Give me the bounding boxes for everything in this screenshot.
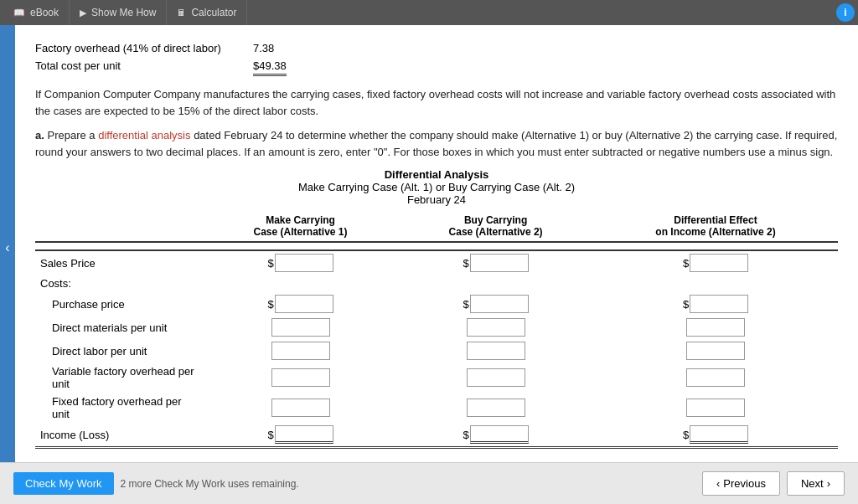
check-work-info: 2 more Check My Work uses remaining. [121,478,299,490]
purchase-price-input-1[interactable] [275,295,333,313]
variable-overhead-input-2[interactable] [467,368,525,387]
nav-buttons: ‹ Previous Next › [702,471,845,496]
sales-price-col1: $ [203,250,398,275]
analysis-table: Make Carrying Case (Alternative 1) Buy C… [35,211,838,449]
purchase-price-input-3[interactable] [690,295,748,313]
costs-label: Costs: [35,275,203,292]
table-row-direct-materials: Direct materials per unit [35,316,838,339]
table-row-sales-price: Sales Price $ $ $ [35,250,838,275]
check-my-work-button[interactable]: Check My Work [13,472,114,495]
variable-overhead-input-1[interactable] [271,368,330,387]
overhead-line: Factory overhead (41% of direct labor) 7… [35,42,838,54]
section-a-label: a. [35,129,44,141]
income-loss-input-1[interactable] [275,425,333,444]
table-row-costs-header: Costs: [35,275,838,292]
sales-price-input-1[interactable] [275,254,333,272]
purchase-price-input-2[interactable] [470,295,529,313]
direct-labor-input-3[interactable] [686,342,745,360]
total-value: $49.38 [253,59,287,76]
total-label: Total cost per unit [35,59,236,72]
section-a-text: Prepare a [47,129,95,141]
tab-show-me-how[interactable]: ▶ Show Me How [70,0,167,25]
previous-label: Previous [723,477,766,490]
col3-header: Differential Effect on Income (Alternati… [593,211,838,242]
differential-analysis-link[interactable]: differential analysis [98,129,190,141]
tab-calculator-label: Calculator [191,7,236,18]
analysis-title-line: Differential Analysis [35,168,838,181]
tab-calculator[interactable]: 🖩 Calculator [167,0,247,25]
next-button[interactable]: Next › [787,471,845,496]
info-icon: i [844,7,846,18]
table-row-direct-labor: Direct labor per unit [35,339,838,363]
next-label: Next [801,477,824,490]
previous-button[interactable]: ‹ Previous [702,471,780,496]
calculator-icon: 🖩 [177,8,186,18]
col1-header: Make Carrying Case (Alternative 1) [203,211,398,242]
overhead-value: 7.38 [253,42,274,54]
table-row-purchase-price: Purchase price $ $ $ [35,292,838,316]
tab-ebook[interactable]: 📖 eBook [3,0,70,25]
tab-show-me-how-label: Show Me How [91,7,156,18]
fixed-overhead-input-1[interactable] [271,399,330,417]
direct-labor-input-2[interactable] [467,342,525,360]
total-line: Total cost per unit $49.38 [35,59,838,76]
analysis-subtitle1: Make Carrying Case (Alt. 1) or Buy Carry… [35,181,838,193]
variable-overhead-label: Variable factory overhead per unit [35,363,203,393]
main-content: Factory overhead (41% of direct labor) 7… [15,25,858,462]
sales-price-input-3[interactable] [690,254,748,272]
next-icon: › [827,477,830,490]
fixed-overhead-label: Fixed factory overhead per unit [35,393,203,423]
info-button[interactable]: i [836,3,855,22]
table-row-fixed-overhead: Fixed factory overhead per unit [35,393,838,423]
sales-price-input-2[interactable] [470,254,529,272]
table-row-income-loss: Income (Loss) $ $ $ [35,423,838,448]
top-nav: 📖 eBook ▶ Show Me How 🖩 Calculator i [0,0,858,25]
section-a: a. Prepare a differential analysis dated… [35,127,838,160]
sales-price-col3: $ [593,250,838,275]
ebook-icon: 📖 [13,8,25,18]
sales-price-label: Sales Price [35,250,203,275]
income-loss-input-2[interactable] [470,425,529,444]
tab-ebook-label: eBook [30,7,59,18]
sales-price-col2: $ [398,250,593,275]
variable-overhead-input-3[interactable] [686,368,745,387]
income-loss-input-3[interactable] [690,425,748,444]
purchase-price-label: Purchase price [35,292,203,316]
direct-materials-label: Direct materials per unit [35,316,203,339]
direct-materials-input-2[interactable] [467,318,525,337]
analysis-title: Differential Analysis Make Carrying Case… [35,168,838,206]
analysis-subtitle2: February 24 [35,193,838,206]
direct-labor-label: Direct labor per unit [35,339,203,363]
paragraph-1: If Companion Computer Company manufactur… [35,86,838,119]
left-sidebar: ‹ [0,25,15,471]
direct-labor-input-1[interactable] [271,342,330,360]
bottom-bar: Check My Work 2 more Check My Work uses … [0,462,858,504]
income-loss-label: Income (Loss) [35,423,203,448]
fixed-overhead-input-3[interactable] [686,399,745,417]
col-label-header [35,211,203,242]
direct-materials-input-1[interactable] [271,318,330,337]
fixed-overhead-input-2[interactable] [467,399,525,417]
overhead-label: Factory overhead (41% of direct labor) [35,42,236,54]
col2-header: Buy Carrying Case (Alternative 2) [398,211,593,242]
sidebar-arrow[interactable]: ‹ [5,240,9,255]
play-icon: ▶ [80,8,86,18]
previous-icon: ‹ [716,477,720,490]
table-row-variable-overhead: Variable factory overhead per unit [35,363,838,393]
direct-materials-input-3[interactable] [686,318,745,337]
